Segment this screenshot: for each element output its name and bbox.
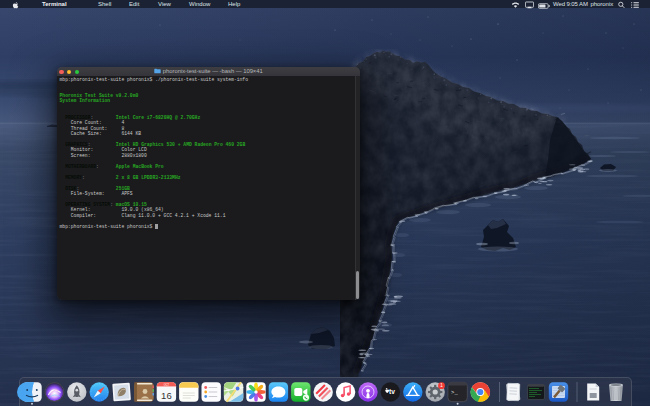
svg-text:OCT: OCT [164, 383, 170, 387]
svg-text:tv: tv [389, 388, 395, 395]
svg-text:>_: >_ [451, 389, 458, 396]
svg-text:16: 16 [161, 390, 172, 401]
svg-text:1: 1 [440, 383, 443, 388]
